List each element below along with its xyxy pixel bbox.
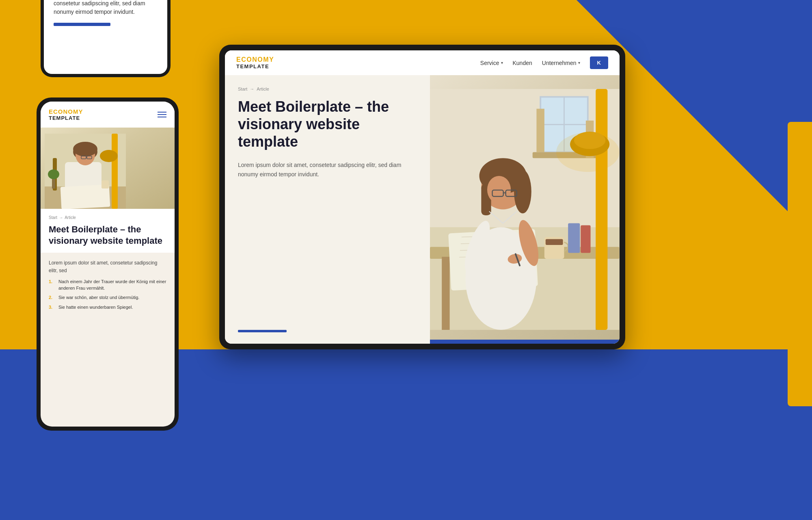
phone-logo: ECONOMY TEMPLATE	[49, 108, 83, 121]
tablet-body-text: Lorem ipsum dolor sit amet, consetetur s…	[238, 160, 417, 180]
tablet-logo-economy: ECONOMY	[236, 56, 274, 63]
list-item: 3. Sie hatte einen wunderbaren Spiegel.	[49, 304, 166, 310]
svg-rect-12	[112, 134, 118, 209]
breadcrumb-article: Article	[257, 87, 269, 91]
svg-rect-34	[546, 239, 563, 245]
nav-kunden-label: Kunden	[513, 60, 532, 66]
phone-logo-template: TEMPLATE	[49, 115, 83, 121]
phone-breadcrumb: Start → Article	[49, 215, 166, 220]
svg-rect-50	[596, 89, 608, 330]
woman-illustration-phone	[45, 134, 126, 209]
tablet-image-panel	[430, 75, 620, 344]
phone-body-paragraph: Lorem ipsum dolor sit amet, consetetur s…	[49, 259, 166, 275]
decorative-lamp-right	[788, 122, 812, 406]
phone-mockup-main: ECONOMY TEMPLATE	[37, 98, 179, 431]
list-item: 2. Sie war schön, aber stolz und übermüt…	[49, 295, 166, 301]
breadcrumb-arrow: →	[250, 87, 254, 91]
phone-header: ECONOMY TEMPLATE	[41, 102, 175, 128]
tablet-logo: ECONOMY TEMPLATE	[236, 56, 274, 69]
tablet-bottom-blue-bar	[430, 340, 620, 344]
nav-unternehmen-label: Unternehmen	[542, 60, 577, 66]
tablet-mockup: ECONOMY TEMPLATE Service ▾ Kunden Untern…	[219, 45, 625, 349]
phone-top-blue-bar	[54, 23, 110, 26]
phone-hero-image	[41, 128, 175, 209]
phone-mockup-top: consetetur sadipscing elitr, sed diam no…	[41, 0, 171, 77]
tablet-woman-scene	[430, 75, 620, 344]
svg-point-53	[556, 132, 620, 172]
nav-cta-button[interactable]: K	[590, 56, 608, 69]
svg-rect-26	[442, 257, 450, 330]
phone-article-title: Meet Boilerplate – the visionary website…	[49, 224, 166, 246]
breadcrumb-start: Start	[238, 87, 247, 91]
hamburger-menu-icon[interactable]	[158, 112, 166, 117]
tablet-scene-svg	[430, 75, 620, 344]
svg-rect-14	[102, 180, 109, 188]
list-item: 1. Nach einem Jahr der Trauer wurde der …	[49, 279, 166, 291]
tablet-body: Start → Article Meet Boilerplate – the v…	[225, 75, 620, 344]
nav-service-label: Service	[480, 60, 499, 66]
svg-rect-36	[581, 225, 591, 253]
phone-list: 1. Nach einem Jahr der Trauer wurde der …	[49, 279, 166, 310]
phone-logo-economy: ECONOMY	[49, 108, 83, 115]
phone-body-content: Lorem ipsum dolor sit amet, consetetur s…	[41, 253, 175, 320]
nav-item-unternehmen[interactable]: Unternehmen ▾	[542, 60, 580, 66]
tablet-navigation: Service ▾ Kunden Unternehmen ▾ K	[480, 56, 608, 69]
tablet-breadcrumb: Start → Article	[238, 87, 417, 91]
svg-rect-23	[537, 109, 544, 152]
chevron-down-icon: ▾	[578, 61, 580, 65]
tablet-content-panel: Start → Article Meet Boilerplate – the v…	[225, 75, 430, 344]
nav-item-kunden[interactable]: Kunden	[513, 60, 532, 66]
tablet-article-title: Meet Boilerplate – the visionary website…	[238, 98, 417, 151]
svg-point-16	[48, 169, 59, 179]
chevron-down-icon: ▾	[501, 61, 503, 65]
tablet-blue-accent-bar	[238, 330, 287, 332]
tablet-logo-template: TEMPLATE	[236, 63, 274, 69]
tablet-header: ECONOMY TEMPLATE Service ▾ Kunden Untern…	[225, 50, 620, 75]
phone-article-card: Start → Article Meet Boilerplate – the v…	[41, 209, 175, 253]
svg-rect-35	[568, 223, 580, 253]
svg-point-13	[100, 150, 118, 162]
svg-point-6	[73, 142, 97, 156]
phone-top-content-text: consetetur sadipscing elitr, sed diam no…	[54, 0, 158, 16]
nav-item-service[interactable]: Service ▾	[480, 60, 503, 66]
